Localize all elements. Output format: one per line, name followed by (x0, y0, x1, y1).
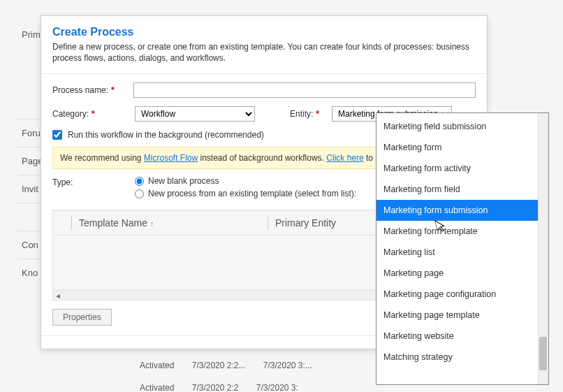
divider (41, 73, 487, 74)
properties-button: Properties (52, 309, 112, 326)
entity-option[interactable]: Marketing form submission (376, 200, 548, 221)
category-select[interactable]: Workflow (135, 106, 255, 122)
entity-option[interactable]: Marketing list (376, 242, 548, 263)
run-background-label: Run this workflow in the background (rec… (68, 130, 264, 140)
entity-dropdown-list[interactable]: Marketing field submissionMarketing form… (376, 112, 549, 385)
entity-option[interactable]: Marketing form template (376, 221, 548, 242)
entity-option[interactable]: Marketing page template (376, 305, 548, 326)
microsoft-flow-link[interactable]: Microsoft Flow (144, 153, 198, 163)
entity-option[interactable]: Marketing website (376, 326, 548, 347)
radio-template-input[interactable] (135, 189, 144, 198)
sort-asc-icon: ↑ (150, 219, 154, 228)
entity-option[interactable]: Marketing form (376, 137, 548, 158)
radio-blank-input[interactable] (135, 177, 144, 186)
dropdown-scrollbar[interactable] (538, 113, 548, 384)
entity-label: Entity:* (290, 109, 332, 119)
process-name-input[interactable] (133, 82, 476, 98)
process-name-label: Process name:* (52, 85, 133, 95)
entity-option-list: Marketing field submissionMarketing form… (376, 113, 548, 370)
entity-option[interactable]: Marketing form field (376, 179, 548, 200)
bg-grid-row: Activated 7/3/2020 2:2 7/3/2020 3: (140, 383, 314, 392)
dialog-title: Create Process (52, 26, 476, 38)
run-background-checkbox[interactable] (52, 130, 62, 140)
entity-option[interactable]: Marketing page configuration (376, 284, 548, 305)
column-template-name[interactable]: Template Name↑ (79, 217, 268, 228)
radio-blank-process[interactable]: New blank process (135, 176, 356, 186)
scrollbar-thumb[interactable] (539, 337, 547, 370)
scroll-left-icon[interactable]: ◄ (53, 291, 63, 300)
bg-grid-row: Activated 7/3/2020 2:2... 7/3/2020 3:... (140, 361, 328, 370)
type-label: Type: (52, 176, 135, 201)
category-label: Category:* (52, 109, 135, 119)
dialog-subtitle: Define a new process, or create one from… (52, 41, 476, 64)
entity-option[interactable]: Marketing page (376, 263, 548, 284)
radio-template-process[interactable]: New process from an existing template (s… (135, 189, 356, 198)
entity-option[interactable]: Marketing form activity (376, 158, 548, 179)
entity-option[interactable]: Marketing field submission (376, 116, 548, 137)
entity-option[interactable]: Matching strategy (376, 347, 548, 368)
click-here-link[interactable]: Click here (326, 153, 363, 163)
